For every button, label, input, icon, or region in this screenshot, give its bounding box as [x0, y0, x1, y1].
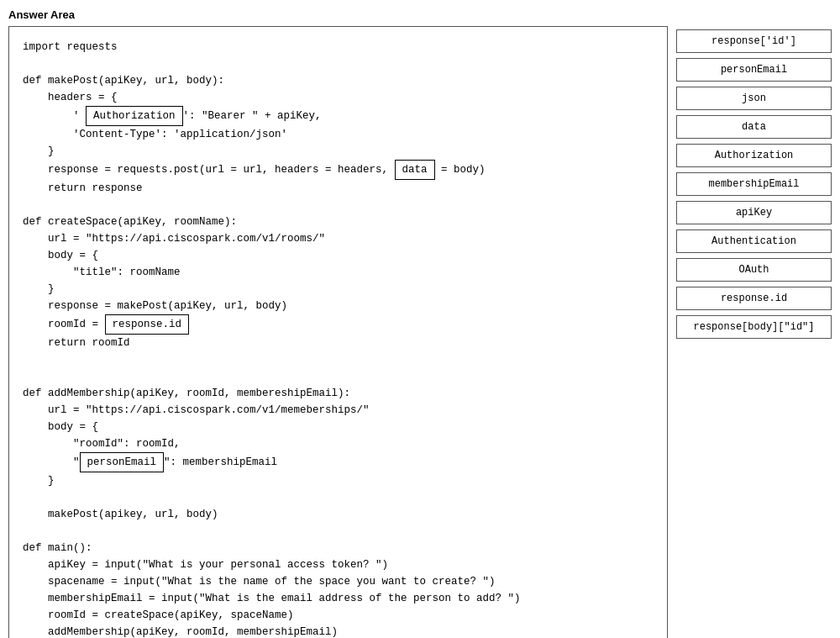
code-line-7: response = requests.post(url = url, head… [23, 160, 654, 180]
code-line-14: response = makePost(apiKey, url, body) [23, 298, 654, 314]
sidebar-btn-authentication[interactable]: Authentication [676, 229, 832, 253]
code-line-18: url = "https://api.ciscospark.com/v1/mem… [23, 402, 654, 419]
sidebar-btn-response-id-bracket[interactable]: response['id'] [676, 29, 832, 53]
code-line-27: membershipEmail = input("What is the ema… [23, 590, 654, 607]
code-line-4: ' Authorization': "Bearer " + apiKey, [23, 106, 654, 126]
code-line-21: "personEmail": membershipEmail [23, 452, 654, 472]
response-id-inline-box: response.id [105, 314, 190, 335]
code-line-9: def createSpace(apiKey, roomName): [23, 214, 654, 230]
code-line-8: return response [23, 180, 654, 197]
sidebar: response['id'] personEmail json data Aut… [676, 26, 832, 638]
answer-area-label: Answer Area [8, 8, 832, 21]
sidebar-btn-authorization[interactable]: Authorization [676, 144, 832, 167]
code-line-29: addMembership(apiKey, roomId, membership… [23, 624, 654, 638]
sidebar-btn-json[interactable]: json [676, 87, 832, 110]
code-line-15: roomId = response.id [23, 314, 654, 335]
code-line-2: def makePost(apiKey, url, body): [23, 72, 654, 89]
sidebar-btn-response-id[interactable]: response.id [676, 287, 832, 310]
code-line-6: } [23, 143, 654, 160]
code-line-25: apiKey = input("What is your personal ac… [23, 556, 654, 573]
sidebar-btn-person-email[interactable]: personEmail [676, 58, 832, 82]
code-line-17: def addMembership(apiKey, roomId, member… [23, 385, 654, 402]
code-line-24: def main(): [23, 540, 654, 556]
code-line-13: } [23, 281, 654, 298]
person-email-inline-box: personEmail [80, 452, 165, 472]
code-line-19: body = { [23, 419, 654, 435]
authorization-inline-box: Authorization [86, 106, 183, 126]
sidebar-btn-response-body-id[interactable]: response[body]["id"] [676, 315, 832, 339]
code-line-22: } [23, 472, 654, 489]
code-line-26: spacename = input("What is the name of t… [23, 573, 654, 590]
code-line-23: makePost(apikey, url, body) [23, 506, 654, 523]
code-box: import requests def makePost(apiKey, url… [8, 26, 668, 638]
data-inline-box: data [395, 160, 435, 180]
code-line-5: 'Content-Type': 'application/json' [23, 126, 654, 143]
sidebar-btn-membership-email[interactable]: membershipEmail [676, 172, 832, 196]
sidebar-btn-apikey[interactable]: apiKey [676, 201, 832, 224]
code-line-12: "title": roomName [23, 264, 654, 281]
code-line-16: return roomId [23, 335, 654, 351]
sidebar-btn-data[interactable]: data [676, 115, 832, 139]
code-line-1: import requests [23, 39, 654, 55]
code-line-11: body = { [23, 247, 654, 264]
sidebar-btn-oauth[interactable]: OAuth [676, 258, 832, 282]
code-line-3: headers = { [23, 89, 654, 106]
main-container: import requests def makePost(apiKey, url… [8, 26, 832, 638]
code-line-20: "roomId": roomId, [23, 435, 654, 452]
code-line-28: roomId = createSpace(apiKey, spaceName) [23, 607, 654, 624]
code-line-10: url = "https://api.ciscospark.com/v1/roo… [23, 230, 654, 247]
